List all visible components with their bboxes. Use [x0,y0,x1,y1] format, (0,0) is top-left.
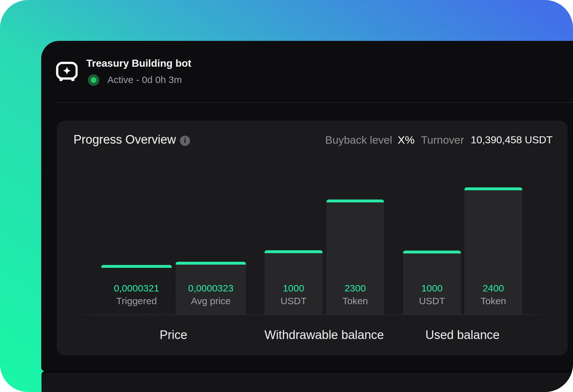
buyback-level-label: Buyback level [325,134,392,145]
status-text: Active - 0d 0h 3m [107,75,182,85]
bar-label: Avg price [176,296,246,306]
bar-label: USDT [264,296,323,306]
chart-baseline [84,314,542,315]
turnover-label: Turnover [421,134,464,145]
bar-value: 2300 [326,283,384,293]
bar-label: USDT [403,296,461,306]
bar-value: 0,0000321 [101,283,172,293]
window-title: Treasury Building bot [86,58,191,68]
background-window-edge [42,373,573,392]
bar-value: 2400 [464,283,522,293]
header-divider [56,102,573,103]
gradient-backdrop: Treasury Building bot Active - 0d 0h 3m … [0,0,573,392]
treasury-safe-icon [56,61,78,82]
buyback-level-value: X% [398,134,415,145]
group-label-used: Used balance [383,329,542,341]
group-label-price: Price [94,329,253,341]
progress-overview-title: Progress Overview [73,133,176,146]
bar-value: 0,0000323 [176,283,246,293]
group-label-withdrawable: Withdrawable balance [244,329,404,341]
bar-label: Token [326,296,384,306]
active-status-dot [88,74,99,86]
bar-value: 1000 [403,283,461,293]
turnover-value: 10,390,458 USDT [471,135,553,145]
info-icon[interactable]: i [180,136,190,146]
bar-value: 1000 [264,283,323,293]
bar-label: Token [464,296,522,306]
active-status-dot-core [91,77,96,83]
bar-label: Triggered [101,296,172,306]
